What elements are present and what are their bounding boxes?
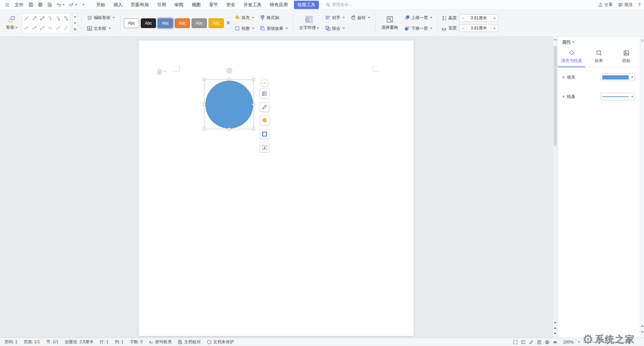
panel-scroll-up-icon[interactable]	[641, 325, 644, 327]
next-page-icon[interactable]	[554, 333, 556, 334]
status-word-count[interactable]: 字数: 0	[127, 339, 146, 345]
width-decrease-button[interactable]: −	[460, 25, 466, 32]
document-page[interactable]	[139, 41, 414, 336]
gallery-more-icon[interactable]	[73, 26, 77, 33]
height-value[interactable]: 3.81厘米	[466, 15, 491, 21]
shape-gallery-item[interactable]	[22, 14, 30, 23]
shape-gallery-item[interactable]	[38, 14, 46, 23]
close-panel-button[interactable]	[641, 37, 644, 42]
print-icon[interactable]	[36, 1, 44, 9]
shape-gallery-item[interactable]	[54, 14, 62, 23]
comment-button[interactable]: 批注	[618, 2, 633, 8]
scroll-up-icon[interactable]	[554, 322, 556, 323]
help-button[interactable]: ?	[638, 2, 641, 7]
doc-proof-button[interactable]: 文档校对	[175, 339, 204, 345]
resize-handle-middle-left[interactable]	[203, 103, 206, 106]
properties-dropdown-icon[interactable]	[572, 42, 574, 43]
previous-page-icon[interactable]	[554, 327, 556, 329]
multi-page-view-icon[interactable]	[521, 340, 526, 345]
document-canvas[interactable]	[0, 37, 552, 338]
style-preset-swatch[interactable]: Abc	[141, 18, 156, 28]
shape-gallery-item[interactable]	[62, 24, 70, 33]
main-menu-icon[interactable]	[3, 1, 11, 9]
shape-gallery-item[interactable]	[54, 24, 62, 33]
selection-pane-button[interactable]: 选择窗格	[379, 12, 401, 34]
save-icon[interactable]	[27, 1, 35, 9]
resize-handle-middle-right[interactable]	[252, 103, 255, 106]
doc-protection-button[interactable]: 文档未保护	[204, 339, 237, 345]
redo-button[interactable]	[67, 1, 79, 9]
layout-options-button[interactable]	[260, 89, 269, 98]
ink-pen-icon[interactable]	[529, 340, 534, 345]
style-preset-swatch[interactable]: Abc	[124, 18, 139, 28]
width-value[interactable]: 3.81厘米	[466, 25, 491, 32]
shape-gallery-item[interactable]	[46, 24, 54, 33]
tab-insert[interactable]: 插入	[109, 0, 127, 9]
ruler-toggle-button[interactable]	[553, 37, 558, 43]
style-preset-swatch-selected[interactable]: Abc	[158, 18, 173, 28]
shapes-button[interactable]: 形状	[3, 12, 20, 34]
shape-gallery-item[interactable]	[30, 24, 38, 33]
tab-icon[interactable]: 图标	[613, 48, 640, 67]
shape-gallery-item[interactable]	[62, 14, 70, 23]
shape-gallery-item[interactable]	[38, 24, 46, 33]
toolbar-more-icon[interactable]	[80, 1, 86, 9]
style-preset-swatch[interactable]: Abc	[175, 18, 190, 28]
bring-forward-button[interactable]: 上移一层	[403, 14, 434, 22]
format-painter-button[interactable]: 格式刷	[258, 14, 281, 22]
fill-color-picker[interactable]	[600, 73, 635, 81]
tab-special-apps[interactable]: 特色应用	[266, 0, 292, 9]
tab-references[interactable]: 引用	[153, 0, 170, 9]
resize-handle-top-center[interactable]	[228, 78, 231, 81]
text-wrap-button[interactable]: 文字环绕	[297, 12, 321, 34]
style-preset-swatch[interactable]: Abc	[209, 18, 224, 28]
edit-shape-button[interactable]: 编辑形状	[85, 14, 117, 22]
collapse-toolbar-button[interactable]	[261, 79, 268, 87]
expand-fill-icon[interactable]	[563, 76, 564, 79]
tab-fill-and-line[interactable]: 填充与线条	[558, 48, 585, 67]
resize-handle-bottom-center[interactable]	[228, 127, 231, 131]
shape-gallery-item[interactable]	[46, 14, 54, 23]
tab-review[interactable]: 审阅	[170, 0, 187, 9]
tab-effects[interactable]: 效果	[585, 48, 613, 67]
gallery-scroll-down-icon[interactable]	[73, 20, 77, 26]
tab-security[interactable]: 安全	[222, 0, 239, 9]
height-decrease-button[interactable]: −	[460, 15, 466, 21]
scrollbar-thumb[interactable]	[554, 46, 557, 146]
style-preset-swatch[interactable]: Abc	[192, 18, 207, 28]
resize-handle-top-right[interactable]	[252, 78, 255, 81]
zoom-level[interactable]: 100%	[563, 340, 574, 345]
tab-page-layout[interactable]: 页面布局	[127, 0, 153, 9]
zoom-dropdown-icon[interactable]	[578, 341, 580, 343]
shape-effects-button[interactable]: 形状效果	[258, 25, 289, 33]
tab-home[interactable]: 开始	[92, 0, 109, 9]
print-layout-icon[interactable]	[537, 340, 542, 345]
rotate-handle[interactable]	[227, 68, 232, 73]
resize-handle-bottom-right[interactable]	[252, 127, 255, 131]
resize-handle-top-left[interactable]	[203, 78, 206, 81]
print-preview-icon[interactable]	[46, 1, 54, 9]
group-button[interactable]: 组合	[323, 25, 347, 33]
fill-color-button[interactable]	[260, 116, 269, 125]
expand-line-icon[interactable]	[563, 95, 564, 98]
gallery-scroll-up-icon[interactable]	[73, 14, 77, 20]
rotate-button[interactable]: 旋转	[349, 14, 372, 22]
panel-scroll-down-icon[interactable]	[641, 331, 644, 333]
spell-check-button[interactable]: 拼写检查	[146, 339, 175, 345]
resize-handle-bottom-left[interactable]	[203, 127, 206, 131]
command-search[interactable]: 查找命令...	[326, 2, 352, 8]
tab-section[interactable]: 章节	[205, 0, 222, 9]
text-wrap-quick-button[interactable]	[260, 143, 269, 152]
tab-view[interactable]: 视图	[187, 0, 205, 9]
share-button[interactable]: 分享	[598, 2, 613, 8]
shape-gallery-item[interactable]	[30, 14, 38, 23]
fullscreen-icon[interactable]	[513, 340, 518, 345]
height-increase-button[interactable]: +	[491, 15, 498, 21]
style-brush-button[interactable]	[260, 102, 269, 112]
align-button[interactable]: 对齐	[323, 14, 347, 22]
document-options-icon[interactable]	[157, 69, 166, 74]
tab-drawing-tools-active[interactable]: 绘图工具	[294, 1, 319, 9]
text-box-button[interactable]: 文本框	[85, 25, 112, 33]
shape-gallery-item[interactable]	[22, 24, 30, 33]
send-backward-button[interactable]: 下移一层	[403, 25, 434, 33]
